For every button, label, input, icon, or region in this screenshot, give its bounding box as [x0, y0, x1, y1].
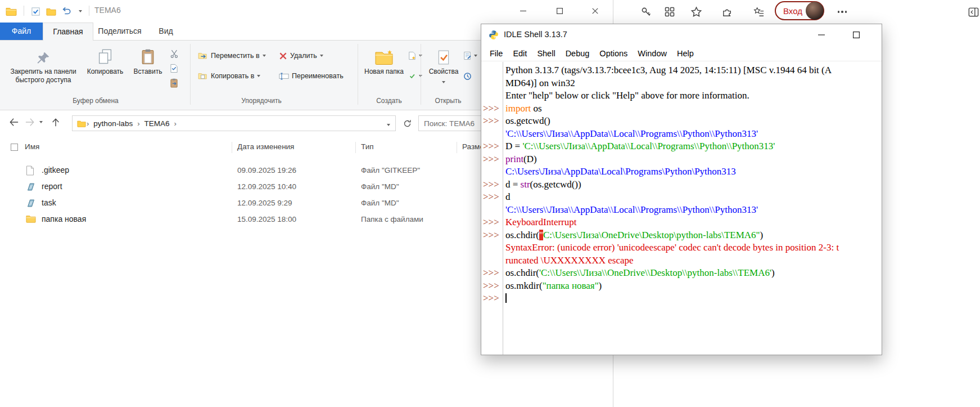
menu-edit[interactable]: Edit — [508, 47, 532, 60]
text-cursor — [505, 293, 507, 303]
paste-button[interactable]: Вставить — [130, 44, 165, 76]
column-header-name[interactable]: Имя — [25, 142, 39, 151]
shell-line-text: runcated \UXXXXXXXX escape — [503, 254, 634, 267]
signin-button[interactable]: Вход — [775, 1, 824, 20]
copy-path-button[interactable] — [170, 62, 178, 74]
breadcrumb-item-tema6[interactable]: ТЕМА6 — [140, 119, 173, 128]
breadcrumb-item-python-labs[interactable]: python-labs — [89, 119, 137, 128]
idle-minimize-button[interactable] — [811, 28, 832, 42]
apps-grid-icon[interactable] — [663, 5, 676, 19]
explorer-maximize-button[interactable] — [547, 0, 572, 21]
tab-home[interactable]: Главная — [43, 23, 93, 41]
shell-line: >>>D = 'C:\\Users\\Лиза\\AppData\\Local\… — [481, 140, 882, 153]
properties-icon — [426, 44, 461, 65]
address-input[interactable]: › python-labs › ТЕМА6 › — [72, 115, 396, 131]
rename-icon — [279, 73, 289, 80]
refresh-button[interactable] — [400, 117, 414, 130]
menu-window[interactable]: Window — [633, 47, 672, 60]
explorer-minimize-button[interactable] — [511, 0, 536, 21]
shell-text-area[interactable]: Python 3.13.7 (tags/v3.13.7:bcee1c3, Aug… — [481, 62, 882, 355]
idle-window: IDLE Shell 3.13.7 File Edit Shell Debug … — [481, 24, 882, 355]
shell-line-text: 'C:\\Users\\Лиза\\AppData\\Local\\Progra… — [503, 128, 758, 141]
window-title: ТЕМА6 — [94, 6, 121, 15]
shell-line: 'C:\\Users\\Лиза\\AppData\\Local\\Progra… — [481, 128, 882, 141]
pin-label: Закрепить на панели быстрого доступа — [10, 68, 76, 84]
shell-lines: Python 3.13.7 (tags/v3.13.7:bcee1c3, Aug… — [481, 64, 882, 305]
shell-prompt — [481, 166, 503, 178]
shell-line-text: D = 'C:\\Users\\Лиза\\AppData\\Local\\Pr… — [503, 140, 775, 153]
menu-options[interactable]: Options — [594, 47, 633, 60]
shell-line: Enter "help" below or click "Help" above… — [481, 90, 882, 102]
more-options-icon[interactable] — [836, 5, 849, 19]
address-dropdown-caret[interactable] — [382, 118, 395, 128]
extensions-icon[interactable] — [720, 5, 734, 19]
copy-to-button[interactable]: Копировать в — [198, 70, 260, 82]
qat-undo-icon[interactable] — [60, 5, 73, 17]
delete-icon — [279, 52, 287, 60]
idle-maximize-button[interactable] — [846, 28, 867, 42]
back-button[interactable] — [7, 115, 21, 129]
shell-prompt: >>> — [481, 267, 503, 280]
tab-view[interactable]: Вид — [146, 23, 186, 40]
delete-button[interactable]: Удалить — [279, 50, 323, 62]
shell-line-text — [503, 292, 507, 305]
file-date: 15.09.2025 18:00 — [237, 215, 296, 223]
menu-file[interactable]: File — [485, 47, 508, 60]
explorer-close-button[interactable] — [582, 0, 608, 21]
tab-file[interactable]: Файл — [0, 23, 43, 40]
file-name: .gitkeep — [42, 166, 69, 175]
favorites-star-icon[interactable] — [689, 5, 703, 19]
qat-customize-caret-icon[interactable] — [74, 5, 87, 17]
cut-icon — [170, 49, 179, 59]
select-all-checkbox[interactable] — [11, 144, 18, 151]
pin-quick-access-button[interactable]: Закрепить на панели быстрого доступа — [9, 44, 78, 84]
menu-shell[interactable]: Shell — [532, 47, 560, 60]
paste-shortcut-button[interactable] — [170, 77, 178, 89]
file-row[interactable]: папка новая 15.09.2025 18:00 Папка с фай… — [0, 211, 484, 227]
move-to-button[interactable]: Переместить в — [198, 50, 266, 62]
properties-button[interactable]: Свойства — [426, 44, 461, 86]
shell-line-text: os.getcwd() — [503, 115, 550, 128]
file-date: 09.09.2025 19:26 — [237, 166, 296, 175]
file-row[interactable]: report 12.09.2025 10:40 Файл "MD" — [0, 178, 484, 195]
rename-button[interactable]: Переименовать — [279, 70, 344, 82]
forward-button[interactable] — [22, 115, 37, 129]
sidebar-panel-icon[interactable] — [967, 5, 980, 19]
new-folder-button[interactable]: Новая папка — [363, 44, 405, 76]
history-button[interactable] — [463, 70, 472, 82]
shell-line: >>>os.getcwd() — [481, 115, 882, 128]
file-type: Файл "GITKEEP" — [361, 166, 420, 175]
edit-button[interactable] — [463, 50, 477, 62]
screen: Вход ТЕМА6 — [0, 0, 980, 407]
explorer-app-icon — [5, 5, 17, 17]
menu-debug[interactable]: Debug — [561, 47, 595, 60]
file-row[interactable]: task 12.09.2025 9:29 Файл "MD" — [0, 195, 484, 211]
shell-prompt: >>> — [481, 191, 503, 204]
qat-properties-icon[interactable] — [29, 5, 42, 17]
tab-share[interactable]: Поделиться — [93, 23, 146, 40]
md-file-icon — [26, 182, 36, 192]
md-file-icon — [26, 198, 36, 208]
password-key-icon[interactable] — [639, 5, 653, 19]
cut-button[interactable] — [170, 47, 179, 60]
qat-new-folder-icon[interactable] — [45, 5, 57, 17]
shell-line: runcated \UXXXXXXXX escape — [481, 254, 882, 267]
column-header-type[interactable]: Тип — [361, 142, 374, 151]
shell-line: Python 3.13.7 (tags/v3.13.7:bcee1c3, Aug… — [481, 64, 882, 77]
up-button[interactable] — [48, 115, 63, 129]
collections-icon[interactable] — [752, 5, 765, 19]
menu-help[interactable]: Help — [672, 47, 699, 60]
qat-separator — [24, 6, 24, 16]
column-header-date[interactable]: Дата изменения — [237, 142, 294, 151]
shell-line-text: KeyboardInterrupt — [503, 216, 577, 229]
group-label-new: Создать — [358, 97, 420, 105]
file-date: 12.09.2025 9:29 — [237, 199, 292, 207]
copy-button[interactable]: Копировать — [82, 44, 128, 76]
file-row[interactable]: .gitkeep 09.09.2025 19:26 Файл "GITKEEP" — [0, 162, 484, 178]
shell-line-text: Enter "help" below or click "Help" above… — [503, 90, 749, 102]
shell-line: >>>KeyboardInterrupt — [481, 216, 882, 229]
copy-to-icon — [198, 72, 208, 80]
profile-avatar[interactable] — [806, 2, 824, 20]
shell-prompt: >>> — [481, 153, 503, 166]
recent-locations-caret[interactable] — [36, 115, 46, 129]
